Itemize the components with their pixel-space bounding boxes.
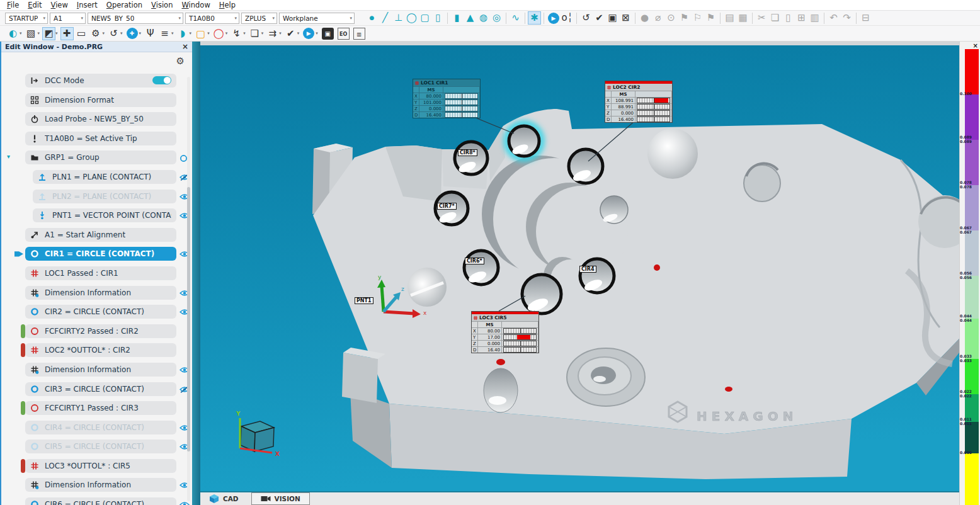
dropdown-workplane[interactable]: Workplane▾ xyxy=(279,13,355,24)
comment-icon[interactable]: ▭ xyxy=(75,27,88,40)
program-item-dcc-mode[interactable]: DCC Mode xyxy=(25,74,176,88)
chevron-down-icon[interactable]: ▾ xyxy=(279,31,282,36)
tab-vision[interactable]: VISION xyxy=(251,492,310,505)
panel-scrollbar-thumb[interactable] xyxy=(187,187,190,451)
chevron-down-icon[interactable]: ▾ xyxy=(190,31,192,36)
dropdown-startup[interactable]: STARTUP▾ xyxy=(5,13,48,24)
eye-icon[interactable] xyxy=(179,501,190,505)
chevron-down-icon[interactable]: ▾ xyxy=(316,31,318,36)
feature-label-cir7[interactable]: CIR7* xyxy=(437,203,457,210)
menu-insert[interactable]: Insert xyxy=(72,1,102,9)
program-item-pln2-plane-contact[interactable]: PLN2 = PLANE (CONTACT) xyxy=(33,190,176,203)
rect-icon[interactable]: ▯ xyxy=(431,11,445,25)
execute-icon[interactable]: ▶ xyxy=(548,13,559,24)
rotate-view-icon[interactable]: ↺ xyxy=(107,27,120,40)
callout-loc3-cir5[interactable]: LOC3 CIR5MSX80.00Y17.00Z0.000D16.40 xyxy=(471,311,539,353)
stats-chart-icon[interactable]: ▥ xyxy=(353,28,365,40)
menu-view[interactable]: View xyxy=(47,1,72,9)
probe-hit-icon[interactable]: ◗ xyxy=(176,27,190,40)
chevron-down-icon[interactable]: ▾ xyxy=(38,31,40,36)
paste-icon[interactable]: ▯ xyxy=(782,11,795,25)
program-item-loc3-outtol-cir5[interactable]: LOC3 *OUTTOL* : CIR5 xyxy=(25,459,176,473)
program-item-cir6-circle-contact[interactable]: CIR6 = CIRCLE (CONTACT) xyxy=(25,497,176,505)
dropdown-new5-by-50[interactable]: NEW5_BY_50▾ xyxy=(88,13,183,24)
copy-icon[interactable]: ❏ xyxy=(768,11,782,25)
torus-icon[interactable]: ◎ xyxy=(490,11,503,25)
settings-gears-icon[interactable]: ⚙ xyxy=(89,27,103,40)
pan-icon[interactable]: ✚ xyxy=(60,27,74,40)
close-icon[interactable]: × xyxy=(182,43,188,50)
view-cube-icon[interactable]: ▧ xyxy=(25,27,38,40)
undo-icon[interactable]: ↶ xyxy=(827,11,840,25)
paste-special-icon[interactable]: ⊞ xyxy=(795,11,808,25)
doc-check-icon[interactable]: ▣ xyxy=(606,11,619,25)
chevron-down-icon[interactable]: ▾ xyxy=(55,31,58,36)
program-item-cir5-circle-contact[interactable]: CIR5 = CIRCLE (CONTACT) xyxy=(25,440,176,453)
report-icon[interactable]: ▤ xyxy=(723,11,736,25)
menu-window[interactable]: Window xyxy=(177,1,214,9)
program-item-a1-start-alignment[interactable]: A1 = Start Alignment xyxy=(25,228,176,242)
path-lines-icon[interactable]: ⇉ xyxy=(266,27,279,40)
check-icon[interactable]: ✔ xyxy=(593,11,606,25)
program-item-pnt1-vector-point-contac[interactable]: PNT1 = VECTOR POINT (CONTAC xyxy=(33,208,176,222)
chevron-down-icon[interactable]: ▾ xyxy=(20,31,22,36)
program-item-cir3-circle-contact[interactable]: CIR3 = CIRCLE (CONTACT) xyxy=(25,382,176,396)
doc-cancel-icon[interactable]: ⊠ xyxy=(619,11,632,25)
dropdown-t1a0b0[interactable]: T1A0B0▾ xyxy=(185,13,239,24)
stop-slash-icon[interactable]: ⌀ xyxy=(651,11,664,25)
program-item-cir2-circle-contact[interactable]: CIR2 = CIRCLE (CONTACT) xyxy=(25,305,176,319)
feature-label-cir6[interactable]: CIR6* xyxy=(465,258,484,264)
goto-icon[interactable]: ⊙ xyxy=(664,11,678,25)
feature-label-pnt1[interactable]: PNT1 xyxy=(355,297,373,304)
cylinder-icon[interactable]: ▮ xyxy=(450,11,464,25)
feature-label-cir4[interactable]: CIR4 xyxy=(579,266,596,273)
circle-icon[interactable]: ◯ xyxy=(405,11,418,25)
cut-icon[interactable]: ✂ xyxy=(755,11,768,25)
menu-edit[interactable]: Edit xyxy=(23,1,46,9)
program-item-dimension-information[interactable]: Dimension Information xyxy=(25,363,176,377)
report-eo-icon[interactable]: EO xyxy=(338,28,350,40)
measure-check-icon[interactable]: ✔ xyxy=(284,27,297,40)
line-icon[interactable]: ╱ xyxy=(379,11,392,25)
callout-loc2-cir2[interactable]: LOC2 CIR2MSX108.991Y88.991Z0.000D16.400 xyxy=(605,81,673,123)
chevron-down-icon[interactable]: ▾ xyxy=(120,31,123,36)
close-icon[interactable]: × xyxy=(973,42,978,49)
program-item-pln1-plane-contact[interactable]: PLN1 = PLANE (CONTACT) xyxy=(33,170,176,184)
menu-help[interactable]: Help xyxy=(215,1,240,9)
gear-icon[interactable]: ⚙ xyxy=(176,55,185,67)
program-item-fcfcirty2-passed-cir2[interactable]: FCFCIRTY2 Passed : CIR2 xyxy=(25,324,176,338)
cad-viewport[interactable]: HEXAGON y x z Y xyxy=(200,42,959,505)
bookmark-slash-icon[interactable]: ⚑ xyxy=(704,11,717,25)
feature-list-icon[interactable]: ≡ xyxy=(158,27,171,40)
chevron-down-icon[interactable]: ▾ xyxy=(297,31,300,36)
loop-icon[interactable]: ↺ xyxy=(579,11,593,25)
dropdown-a1[interactable]: A1▾ xyxy=(50,13,86,24)
cone-icon[interactable]: ▲ xyxy=(464,11,477,25)
program-item-dimension-information[interactable]: Dimension Information xyxy=(25,478,176,492)
menu-operation[interactable]: Operation xyxy=(102,1,147,9)
program-item-grp1-group[interactable]: GRP1 = Group xyxy=(25,150,176,164)
target-window-icon[interactable]: ▢ xyxy=(194,27,207,40)
bookmark-icon[interactable]: ⚑ xyxy=(678,11,691,25)
camera-capture-icon[interactable]: ▣ xyxy=(322,28,334,40)
dcc-mode-toggle[interactable] xyxy=(152,76,171,84)
chevron-down-icon[interactable]: ▾ xyxy=(261,31,264,36)
view-sphere-icon[interactable]: ✚ xyxy=(127,28,138,39)
point-icon[interactable]: ● xyxy=(365,11,379,25)
bookmark-pin-icon[interactable]: ⚐ xyxy=(691,11,704,25)
plane-icon[interactable]: ⊥ xyxy=(392,11,405,25)
chevron-down-icon[interactable]: ▾ xyxy=(139,31,142,36)
feature-label-cir8[interactable]: CIR8* xyxy=(458,149,477,156)
redo-icon[interactable]: ↷ xyxy=(840,11,853,25)
probe-icon[interactable]: Ψ xyxy=(144,27,157,40)
iso-view-icon[interactable]: ◩ xyxy=(42,27,55,40)
chevron-down-icon[interactable]: ▾ xyxy=(243,31,246,36)
view-orientation-icon[interactable]: ◐ xyxy=(6,27,20,40)
print-icon[interactable]: ⊟ xyxy=(859,11,872,25)
dropdown-zplus[interactable]: ZPLUS▾ xyxy=(241,13,277,24)
report-grid-icon[interactable]: ▦ xyxy=(736,11,749,25)
scan-icon[interactable]: ↯ xyxy=(230,27,243,40)
gage-circle-icon[interactable]: ◯ xyxy=(212,27,225,40)
program-item-dimension-format[interactable]: Dimension Format xyxy=(25,93,176,107)
program-item-t1a0b0-set-active-tip[interactable]: T1A0B0 = Set Active Tip xyxy=(25,132,176,145)
